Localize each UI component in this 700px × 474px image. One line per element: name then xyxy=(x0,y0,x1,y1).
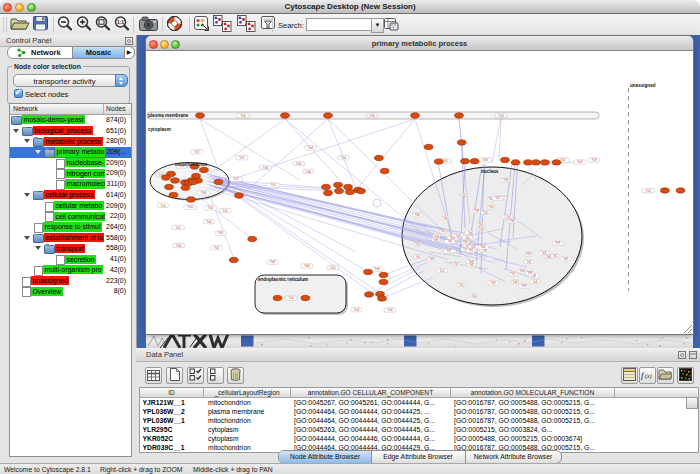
svg-text:Yx1: Yx1 xyxy=(271,183,277,187)
svg-text:Yx1: Yx1 xyxy=(560,158,566,162)
svg-text:Yx3: Yx3 xyxy=(479,227,484,231)
svg-text:Yx2: Yx2 xyxy=(472,294,477,298)
svg-text:(x): (x) xyxy=(645,373,652,380)
svg-text:Yx6: Yx6 xyxy=(482,158,488,162)
svg-text:Yx8: Yx8 xyxy=(503,178,508,182)
svg-text:Yx3: Yx3 xyxy=(469,263,474,267)
svg-text:Yx9: Yx9 xyxy=(240,114,246,118)
svg-text:Yx4: Yx4 xyxy=(434,234,439,238)
svg-text:Yx1: Yx1 xyxy=(440,269,445,273)
svg-text:mitochondrion: mitochondrion xyxy=(175,162,207,167)
svg-text:Yx4: Yx4 xyxy=(447,239,452,243)
svg-text:Yx7: Yx7 xyxy=(175,226,181,230)
svg-text:Yx9: Yx9 xyxy=(430,257,435,261)
svg-text:Yx3: Yx3 xyxy=(415,242,420,246)
svg-text:Yx2: Yx2 xyxy=(495,196,500,200)
svg-text:Yx9: Yx9 xyxy=(201,191,207,195)
svg-text:Yx9: Yx9 xyxy=(522,284,527,288)
svg-text:Yx2: Yx2 xyxy=(214,246,220,250)
svg-text:Yx5: Yx5 xyxy=(483,211,488,215)
svg-text:Yx8: Yx8 xyxy=(304,264,310,268)
svg-text:Yx5: Yx5 xyxy=(645,189,651,193)
svg-text:Yx5: Yx5 xyxy=(330,266,336,270)
svg-text:Yx5: Yx5 xyxy=(218,231,224,235)
svg-text:Yx6: Yx6 xyxy=(468,248,473,252)
svg-text:cytoplasm: cytoplasm xyxy=(148,127,171,132)
svg-text:Yx4: Yx4 xyxy=(206,220,212,224)
svg-text:Yx1: Yx1 xyxy=(553,254,558,258)
svg-text:Yx3: Yx3 xyxy=(354,308,360,312)
svg-text:Yx7: Yx7 xyxy=(447,249,452,253)
svg-text:Yx7: Yx7 xyxy=(239,156,245,160)
svg-text:Yx4: Yx4 xyxy=(308,146,314,150)
svg-text:plasma membrane: plasma membrane xyxy=(148,113,189,118)
svg-text:Yx3: Yx3 xyxy=(498,114,504,118)
svg-text:Yx2: Yx2 xyxy=(288,296,294,300)
svg-text:Yx6: Yx6 xyxy=(176,244,182,248)
svg-text:nucleus: nucleus xyxy=(481,169,499,174)
svg-text:Yx6: Yx6 xyxy=(443,216,448,220)
svg-text:Yx9: Yx9 xyxy=(527,260,532,264)
svg-text:Yx4: Yx4 xyxy=(341,156,347,160)
svg-text:Yx9: Yx9 xyxy=(546,255,551,259)
svg-text:Yx3: Yx3 xyxy=(577,160,583,164)
svg-text:Yx4: Yx4 xyxy=(463,240,468,244)
svg-text:Yx2: Yx2 xyxy=(441,229,446,233)
svg-text:Yx9: Yx9 xyxy=(491,281,496,285)
svg-text:Yx8: Yx8 xyxy=(270,260,276,264)
svg-text:Yx7: Yx7 xyxy=(233,177,239,181)
svg-text:Yx6: Yx6 xyxy=(533,280,538,284)
svg-text:Yx3: Yx3 xyxy=(506,215,511,219)
svg-text:endoplasmic reticulum: endoplasmic reticulum xyxy=(258,277,308,282)
svg-text:Yx1: Yx1 xyxy=(160,204,166,208)
svg-text:Yx3: Yx3 xyxy=(188,205,194,209)
svg-text:Yx6: Yx6 xyxy=(415,213,420,217)
svg-text:Yx4: Yx4 xyxy=(416,255,421,259)
svg-text:Yx6: Yx6 xyxy=(481,245,486,249)
svg-text:Yx7: Yx7 xyxy=(194,150,200,154)
svg-text:Yx9: Yx9 xyxy=(433,238,438,242)
svg-text:Yx1: Yx1 xyxy=(511,272,516,276)
svg-text:Yx6: Yx6 xyxy=(375,267,381,271)
svg-text:Yx6: Yx6 xyxy=(456,234,461,238)
svg-text:Yx9: Yx9 xyxy=(591,158,597,162)
svg-text:Yx4: Yx4 xyxy=(387,308,393,312)
svg-text:Yx3: Yx3 xyxy=(296,162,302,166)
svg-text:1:1: 1:1 xyxy=(117,19,124,25)
svg-text:Yx5: Yx5 xyxy=(459,283,464,287)
svg-text:Yx2: Yx2 xyxy=(461,194,466,198)
svg-text:Yx9: Yx9 xyxy=(474,209,479,213)
svg-text:Yx4: Yx4 xyxy=(510,219,515,223)
svg-text:Yx9: Yx9 xyxy=(555,241,560,245)
svg-text:Yx5: Yx5 xyxy=(478,222,483,226)
svg-text:Yx2: Yx2 xyxy=(208,206,214,210)
svg-text:Yx3: Yx3 xyxy=(465,236,470,240)
svg-text:Yx9: Yx9 xyxy=(369,114,375,118)
svg-text:Yx2: Yx2 xyxy=(526,252,531,256)
svg-text:Yx9: Yx9 xyxy=(563,257,568,261)
svg-text:Yx8: Yx8 xyxy=(513,280,518,284)
svg-text:unassigned: unassigned xyxy=(630,83,656,88)
svg-text:Yx9: Yx9 xyxy=(542,251,547,255)
svg-text:Yx8: Yx8 xyxy=(263,166,269,170)
svg-text:Yx6: Yx6 xyxy=(306,170,312,174)
svg-text:Yx1: Yx1 xyxy=(223,209,229,213)
svg-text:Yx4: Yx4 xyxy=(489,205,494,209)
svg-text:Yx7: Yx7 xyxy=(454,262,459,266)
svg-text:Yx6: Yx6 xyxy=(520,269,525,273)
svg-text:Yx4: Yx4 xyxy=(468,231,473,235)
svg-text:Yx9: Yx9 xyxy=(527,271,532,275)
